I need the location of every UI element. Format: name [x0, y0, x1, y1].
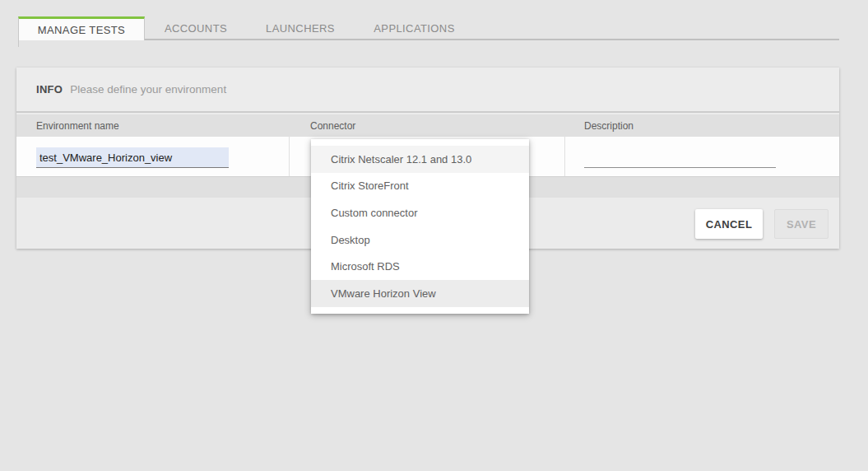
dropdown-option-custom-connector[interactable]: Custom connector	[311, 199, 529, 226]
dropdown-option-label: Citrix Netscaler 12.1 and 13.0	[331, 153, 471, 166]
table-header: Environment name Connector Description	[16, 114, 839, 137]
dropdown-option-desktop[interactable]: Desktop	[311, 226, 529, 254]
tab-applications-label: APPLICATIONS	[374, 22, 454, 35]
save-button[interactable]: SAVE	[774, 209, 829, 239]
environment-name-cell	[16, 137, 290, 176]
save-button-label: SAVE	[787, 218, 816, 231]
info-message: Please define your environment	[70, 83, 226, 96]
info-bar: INFO Please define your environment	[16, 68, 839, 113]
description-input-underline	[584, 167, 776, 168]
dropdown-option-label: Microsoft RDS	[331, 260, 400, 273]
dropdown-option-label: Citrix StoreFront	[331, 180, 409, 192]
environment-name-input[interactable]	[36, 147, 229, 168]
environment-name-underline	[36, 167, 229, 168]
tab-accounts-label: ACCOUNTS	[165, 22, 227, 35]
info-label: INFO	[36, 83, 63, 96]
tab-manage-tests[interactable]: MANAGE TESTS	[18, 16, 145, 40]
column-header-description: Description	[565, 120, 634, 132]
cancel-button-label: CANCEL	[706, 218, 753, 231]
tab-applications[interactable]: APPLICATIONS	[354, 16, 475, 40]
cancel-button[interactable]: CANCEL	[695, 209, 763, 239]
dropdown-option-label: Custom connector	[331, 207, 418, 219]
column-header-environment-name: Environment name	[16, 120, 290, 132]
dropdown-option-citrix-netscaler[interactable]: Citrix Netscaler 12.1 and 13.0	[311, 146, 529, 173]
dropdown-option-label: VMware Horizon View	[331, 287, 436, 300]
tab-launchers-label: LAUNCHERS	[266, 22, 335, 35]
tab-manage-tests-label: MANAGE TESTS	[38, 24, 125, 36]
tab-bar-divider	[145, 39, 839, 40]
column-header-connector: Connector	[290, 120, 565, 132]
description-cell[interactable]	[565, 137, 839, 176]
tab-accounts[interactable]: ACCOUNTS	[145, 16, 247, 40]
tab-bar: MANAGE TESTS ACCOUNTS LAUNCHERS APPLICAT…	[18, 16, 475, 40]
dropdown-option-label: Desktop	[331, 234, 370, 246]
tab-left-border-extension	[18, 40, 19, 47]
dropdown-option-vmware-horizon-view[interactable]: VMware Horizon View	[311, 280, 529, 307]
dropdown-option-microsoft-rds[interactable]: Microsoft RDS	[311, 254, 529, 281]
dropdown-option-citrix-storefront[interactable]: Citrix StoreFront	[311, 173, 529, 200]
tab-launchers[interactable]: LAUNCHERS	[247, 16, 354, 40]
connector-dropdown-menu: Citrix Netscaler 12.1 and 13.0 Citrix St…	[311, 139, 529, 314]
